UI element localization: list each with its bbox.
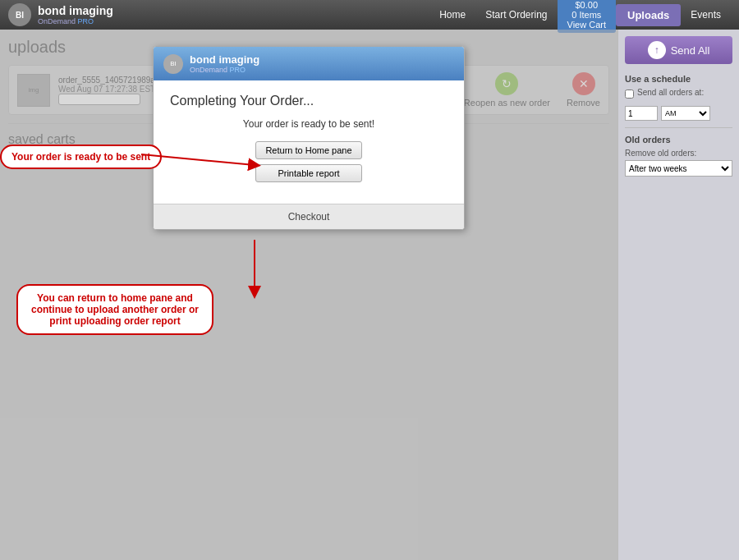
logo-text: bond imaging OnDemand PRO (38, 4, 113, 25)
logo-icon: BI (8, 3, 31, 26)
send-all-icon: ↑ (648, 41, 666, 59)
sidebar: ↑ Send All Use a schedule Send all order… (617, 30, 739, 560)
start-ordering-nav-btn[interactable]: Start Ordering (475, 6, 557, 24)
sidebar-divider (625, 127, 732, 128)
schedule-checkbox[interactable] (625, 90, 634, 99)
remove-old-orders-select[interactable]: After two weeks After one week After one… (625, 160, 732, 177)
printable-report-modal-btn[interactable]: Printable report (255, 164, 362, 182)
modal-title: Completing Your Order... (170, 94, 448, 108)
schedule-time-input[interactable] (625, 106, 658, 121)
modal-buttons: Return to Home pane Printable report (170, 141, 448, 182)
uploads-nav-btn[interactable]: Uploads (616, 4, 681, 26)
return-home-btn[interactable]: Return to Home pane (255, 141, 362, 159)
remove-old-orders-label: Remove old orders: (625, 149, 732, 158)
modal-brand-area: bond imaging OnDemand PRO (190, 53, 259, 74)
send-all-button[interactable]: ↑ Send All (625, 36, 732, 64)
old-orders-section-title: Old orders (625, 135, 732, 145)
logo-area: BI bond imaging OnDemand PRO (8, 3, 113, 26)
modal-status-text: Your order is ready to be sent! (170, 118, 448, 130)
view-cart-nav-btn[interactable]: $0.00 0 Items View Cart (558, 0, 616, 33)
schedule-ampm-select[interactable]: AM PM (661, 106, 710, 121)
schedule-section-title: Use a schedule (625, 74, 732, 84)
schedule-row: Send all orders at: (625, 88, 732, 99)
modal-logo-icon: BI (163, 54, 183, 74)
modal-body: Completing Your Order... Your order is r… (154, 80, 464, 204)
brand-name: bond imaging (38, 4, 113, 17)
modal-footer: Checkout (154, 204, 464, 229)
main-layout: uploads img order_5555_1405721989a_7.ro,… (0, 30, 739, 560)
content-area: uploads img order_5555_1405721989a_7.ro,… (0, 30, 617, 560)
header: BI bond imaging OnDemand PRO Home Start … (0, 0, 739, 30)
modal-dialog: BI bond imaging OnDemand PRO Completing … (153, 46, 465, 230)
modal-sub-label: OnDemand PRO (190, 66, 259, 74)
home-nav-btn[interactable]: Home (429, 6, 475, 24)
modal-overlay: Your order is ready to be sent You can r… (0, 30, 617, 560)
nav: Home Start Ordering $0.00 0 Items View C… (429, 0, 731, 33)
modal-brand-name: bond imaging (190, 53, 259, 66)
schedule-label: Send all orders at: (637, 88, 704, 97)
events-nav-btn[interactable]: Events (681, 6, 731, 24)
annotation-bubble-1: Your order is ready to be sent (0, 145, 162, 169)
sub-label: OnDemand PRO (38, 17, 113, 25)
schedule-time-row: AM PM (625, 106, 732, 121)
annotation-bubble-2: You can return to home pane and continue… (16, 284, 213, 335)
modal-header: BI bond imaging OnDemand PRO (154, 47, 464, 80)
